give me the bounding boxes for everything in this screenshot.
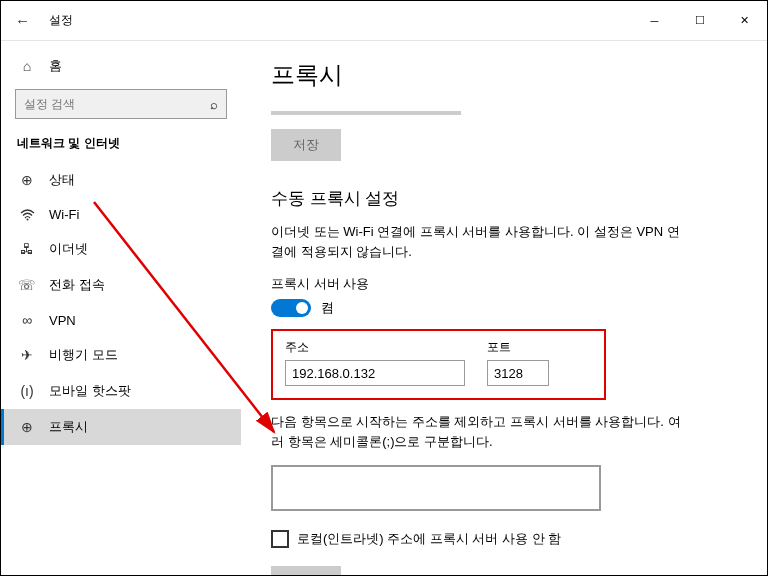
toggle-state: 켬 xyxy=(321,299,334,317)
ethernet-icon: 🖧 xyxy=(19,241,35,257)
sidebar-item-vpn[interactable]: ∞ VPN xyxy=(1,303,241,337)
page-title: 프록시 xyxy=(271,59,737,91)
maximize-button[interactable]: ☐ xyxy=(677,6,722,36)
sidebar-home[interactable]: ⌂ 홈 xyxy=(1,51,241,85)
svg-point-0 xyxy=(26,218,28,220)
home-label: 홈 xyxy=(49,57,62,75)
sidebar-item-label: VPN xyxy=(49,313,76,328)
status-icon: ⊕ xyxy=(19,172,35,188)
sidebar-item-wifi[interactable]: Wi-Fi xyxy=(1,198,241,231)
address-label: 주소 xyxy=(285,339,465,356)
proxy-toggle[interactable] xyxy=(271,299,311,317)
dialup-icon: ☏ xyxy=(19,277,35,293)
search-icon: ⌕ xyxy=(210,97,218,112)
section-description: 이더넷 또는 Wi-Fi 연결에 프록시 서버를 사용합니다. 이 설정은 VP… xyxy=(271,222,681,261)
sidebar-item-status[interactable]: ⊕ 상태 xyxy=(1,162,241,198)
close-button[interactable]: ✕ xyxy=(722,6,767,36)
exceptions-textarea[interactable] xyxy=(271,465,601,511)
sidebar-item-label: 상태 xyxy=(49,171,75,189)
proxy-fields-highlight: 주소 포트 xyxy=(271,329,606,400)
window-title: 설정 xyxy=(49,12,73,29)
airplane-icon: ✈ xyxy=(19,347,35,363)
sidebar-item-dialup[interactable]: ☏ 전화 접속 xyxy=(1,267,241,303)
port-input[interactable] xyxy=(487,360,549,386)
back-button[interactable]: ← xyxy=(15,12,35,29)
section-title: 수동 프록시 설정 xyxy=(271,187,737,210)
sidebar-item-label: Wi-Fi xyxy=(49,207,79,222)
sidebar-item-ethernet[interactable]: 🖧 이더넷 xyxy=(1,231,241,267)
hotspot-icon: (ı) xyxy=(19,383,35,399)
proxy-icon: ⊕ xyxy=(19,419,35,435)
sidebar-item-label: 모바일 핫스팟 xyxy=(49,382,131,400)
wifi-icon xyxy=(19,209,35,221)
progress-bar xyxy=(271,111,461,115)
sidebar-heading: 네트워크 및 인터넷 xyxy=(1,133,241,162)
sidebar-item-hotspot[interactable]: (ı) 모바일 핫스팟 xyxy=(1,373,241,409)
proxy-use-label: 프록시 서버 사용 xyxy=(271,275,737,293)
vpn-icon: ∞ xyxy=(19,312,35,328)
sidebar-item-label: 비행기 모드 xyxy=(49,346,118,364)
local-checkbox-label: 로컬(인트라넷) 주소에 프록시 서버 사용 안 함 xyxy=(297,530,561,548)
exceptions-description: 다음 항목으로 시작하는 주소를 제외하고 프록시 서버를 사용합니다. 여러 … xyxy=(271,412,681,451)
search-input[interactable] xyxy=(24,97,210,111)
save-button-top[interactable]: 저장 xyxy=(271,129,341,161)
home-icon: ⌂ xyxy=(19,58,35,74)
sidebar-item-label: 프록시 xyxy=(49,418,88,436)
search-box[interactable]: ⌕ xyxy=(15,89,227,119)
sidebar-item-label: 이더넷 xyxy=(49,240,88,258)
port-label: 포트 xyxy=(487,339,549,356)
save-button-bottom[interactable]: 저장 xyxy=(271,566,341,575)
sidebar-item-airplane[interactable]: ✈ 비행기 모드 xyxy=(1,337,241,373)
sidebar-item-proxy[interactable]: ⊕ 프록시 xyxy=(1,409,241,445)
address-input[interactable] xyxy=(285,360,465,386)
minimize-button[interactable]: ─ xyxy=(632,6,677,36)
sidebar-item-label: 전화 접속 xyxy=(49,276,105,294)
local-checkbox[interactable] xyxy=(271,530,289,548)
